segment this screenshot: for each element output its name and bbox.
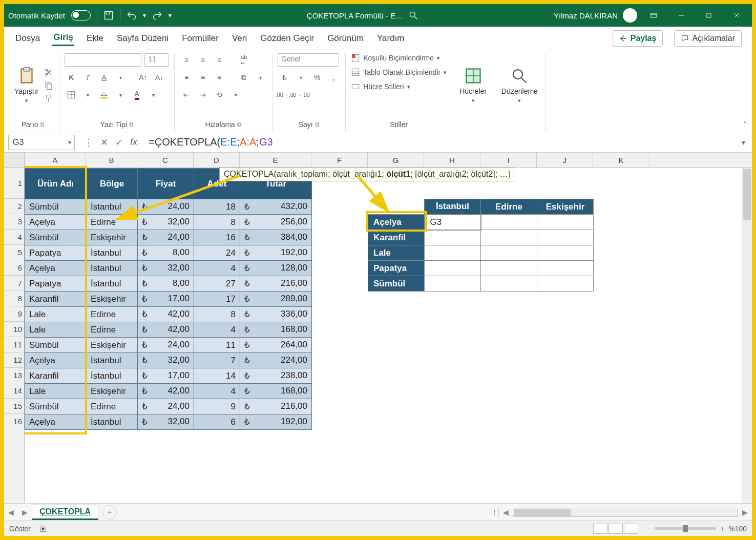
row-header-cell[interactable]: Papatya bbox=[368, 261, 425, 276]
cell[interactable]: 18 bbox=[194, 199, 240, 215]
cell[interactable]: İstanbul bbox=[87, 276, 138, 292]
conditional-formatting-button[interactable]: Koşullu Biçimlendirme▾ bbox=[351, 53, 440, 63]
row-header[interactable]: 5 bbox=[4, 245, 24, 260]
cell[interactable]: 216,00 bbox=[240, 399, 312, 414]
borders-dropdown-icon[interactable]: ▾ bbox=[81, 88, 94, 101]
bold-icon[interactable]: K bbox=[65, 71, 78, 84]
cell[interactable] bbox=[425, 230, 481, 245]
autosave-toggle[interactable] bbox=[71, 10, 91, 20]
cells-button[interactable]: Hücreler ▾ bbox=[457, 65, 489, 106]
borders-icon[interactable] bbox=[65, 88, 78, 101]
cell[interactable]: 9 bbox=[194, 399, 240, 414]
table-row[interactable]: AçelyaG3 bbox=[368, 215, 594, 230]
cell[interactable]: 8,00 bbox=[138, 245, 194, 261]
row-header[interactable]: 7 bbox=[4, 276, 24, 291]
cell[interactable]: 24,00 bbox=[138, 199, 194, 215]
accounting-dropdown-icon[interactable]: ▾ bbox=[294, 71, 307, 84]
undo-dropdown-icon[interactable]: ▾ bbox=[143, 12, 146, 19]
spreadsheet-grid[interactable]: 1 2 3 4 5 6 7 8 9 10 11 12 13 14 15 16 A… bbox=[4, 153, 752, 503]
table-row[interactable]: SümbülEdirne24,009216,00 bbox=[25, 399, 312, 414]
table-row[interactable]: Karanfil bbox=[368, 230, 594, 245]
italic-icon[interactable]: T bbox=[81, 71, 94, 84]
paste-button[interactable]: Yapıştır ▾ bbox=[12, 65, 40, 106]
editing-button[interactable]: Düzenleme ▾ bbox=[499, 65, 540, 106]
cell[interactable]: 14 bbox=[194, 368, 240, 384]
row-header[interactable]: 10 bbox=[4, 322, 24, 337]
cell[interactable]: İstanbul bbox=[87, 199, 138, 215]
tab-split-handle[interactable]: ⁞ bbox=[490, 508, 499, 516]
cell[interactable]: Sümbül bbox=[25, 199, 87, 215]
col-header[interactable]: D bbox=[194, 153, 240, 168]
merge-cells-icon[interactable]: ⧉ bbox=[237, 71, 250, 84]
table-row[interactable]: LaleEdirne42,004168,00 bbox=[25, 322, 312, 338]
tab-ekle[interactable]: Ekle bbox=[86, 31, 104, 46]
cell[interactable]: Eskişehir bbox=[87, 384, 138, 399]
zoom-level[interactable]: %100 bbox=[728, 525, 747, 533]
cell[interactable]: 32,00 bbox=[138, 261, 194, 276]
cell[interactable]: 6 bbox=[194, 414, 240, 430]
vertical-scrollbar[interactable] bbox=[742, 168, 752, 503]
cancel-formula-icon[interactable]: ✕ bbox=[100, 137, 108, 148]
cell[interactable] bbox=[481, 245, 537, 261]
cell[interactable]: 24,00 bbox=[138, 399, 194, 414]
comma-format-icon[interactable]: , bbox=[327, 71, 340, 84]
cell[interactable]: 32,00 bbox=[138, 215, 194, 230]
table-row[interactable]: Sümbülİstanbul24,0018432,00 bbox=[25, 199, 312, 215]
cell[interactable]: Eskişehir bbox=[87, 230, 138, 245]
row-header[interactable]: 3 bbox=[4, 214, 24, 230]
redo-icon[interactable] bbox=[152, 10, 162, 20]
row-header-cell[interactable]: Lale bbox=[368, 245, 425, 261]
col-header[interactable]: I bbox=[480, 153, 537, 168]
decrease-decimal-icon[interactable]: .0→.00 bbox=[294, 88, 307, 101]
cell[interactable]: Açelya bbox=[25, 261, 87, 276]
cell[interactable]: 264,00 bbox=[240, 338, 312, 353]
col-header[interactable]: K bbox=[593, 153, 649, 168]
col-header[interactable]: E bbox=[240, 153, 311, 168]
formula-input[interactable]: =ÇOKETOPLA(E:E;A:A;G3 bbox=[146, 135, 742, 149]
row-header[interactable]: 11 bbox=[4, 337, 24, 352]
maximize-button[interactable] bbox=[698, 8, 720, 23]
cell[interactable]: 168,00 bbox=[240, 384, 312, 399]
cell[interactable]: 432,00 bbox=[240, 199, 312, 215]
avatar[interactable] bbox=[623, 8, 637, 23]
cell[interactable]: 336,00 bbox=[240, 307, 312, 322]
search-icon[interactable] bbox=[408, 10, 418, 20]
cell[interactable] bbox=[425, 276, 481, 292]
cell[interactable]: 24,00 bbox=[138, 338, 194, 353]
cell[interactable]: 42,00 bbox=[138, 384, 194, 399]
cell[interactable]: 192,00 bbox=[240, 414, 312, 430]
cell[interactable] bbox=[481, 276, 537, 292]
table-row[interactable]: Lale bbox=[368, 245, 594, 261]
col-header[interactable]: J bbox=[537, 153, 593, 168]
cell[interactable] bbox=[537, 245, 594, 261]
cell[interactable] bbox=[425, 261, 481, 276]
table-row[interactable]: Papatyaİstanbul8,0027216,00 bbox=[25, 276, 312, 292]
font-size-combo[interactable]: 11 bbox=[144, 53, 169, 67]
zoom-out-icon[interactable]: − bbox=[646, 525, 650, 533]
cell[interactable] bbox=[425, 245, 481, 261]
col-header[interactable]: B bbox=[86, 153, 137, 168]
cell[interactable]: 17,00 bbox=[138, 292, 194, 307]
horizontal-scrollbar[interactable] bbox=[513, 508, 738, 517]
save-icon[interactable] bbox=[103, 10, 114, 20]
cell[interactable]: 8,00 bbox=[138, 276, 194, 292]
row-header-cell[interactable]: Açelya bbox=[368, 215, 425, 230]
cell[interactable]: 8 bbox=[194, 307, 240, 322]
format-painter-icon[interactable] bbox=[44, 94, 54, 104]
cell-styles-button[interactable]: Hücre Stilleri▾ bbox=[351, 82, 410, 91]
table-row[interactable]: Açelyaİstanbul32,007224,00 bbox=[25, 353, 312, 368]
cell[interactable]: Eskişehir bbox=[87, 292, 138, 307]
cell[interactable]: İstanbul bbox=[87, 353, 138, 368]
tab-veri[interactable]: Veri bbox=[231, 31, 248, 46]
cell[interactable]: Lale bbox=[25, 322, 87, 338]
table-header[interactable]: İstanbul bbox=[425, 199, 481, 215]
font-dialog-icon[interactable]: ⧉ bbox=[129, 121, 134, 128]
view-page-layout-icon[interactable] bbox=[608, 524, 623, 534]
cell[interactable]: İstanbul bbox=[87, 414, 138, 430]
cell[interactable] bbox=[537, 230, 594, 245]
table-row[interactable]: SümbülEskişehir24,0016384,00 bbox=[25, 230, 312, 245]
fx-icon[interactable]: fx bbox=[130, 137, 137, 148]
col-header[interactable]: C bbox=[137, 153, 194, 168]
collapse-ribbon-icon[interactable]: ˄ bbox=[743, 120, 747, 129]
cell[interactable]: 24,00 bbox=[138, 230, 194, 245]
